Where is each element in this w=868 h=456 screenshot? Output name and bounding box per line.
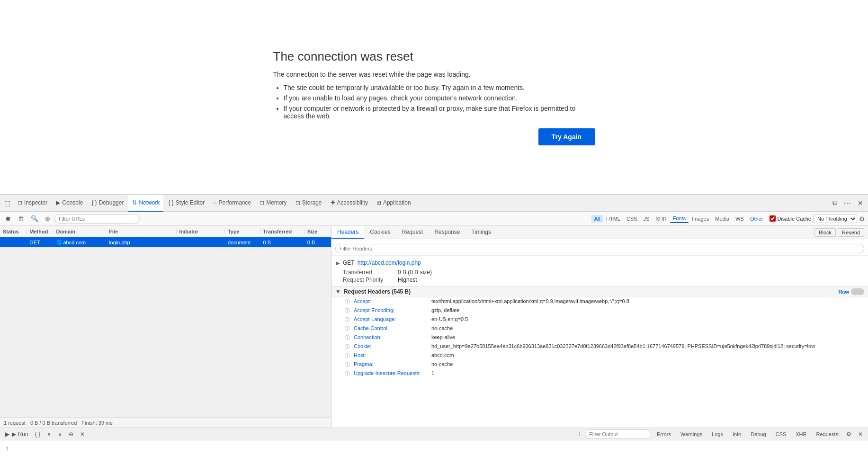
error-box: The connection was reset The connection … xyxy=(273,49,595,145)
error-title: The connection was reset xyxy=(273,49,595,64)
error-description: The connection to the server was reset w… xyxy=(273,71,595,78)
page-content: The connection was reset The connection … xyxy=(0,0,868,194)
error-list-item-2: If you are unable to load any pages, che… xyxy=(284,94,595,102)
error-list-item-3: If your computer or network is protected… xyxy=(284,105,595,120)
error-list: The site could be temporarily unavailabl… xyxy=(273,84,595,120)
error-list-item-1: The site could be temporarily unavailabl… xyxy=(284,84,595,91)
try-again-button[interactable]: Try Again xyxy=(538,128,595,145)
